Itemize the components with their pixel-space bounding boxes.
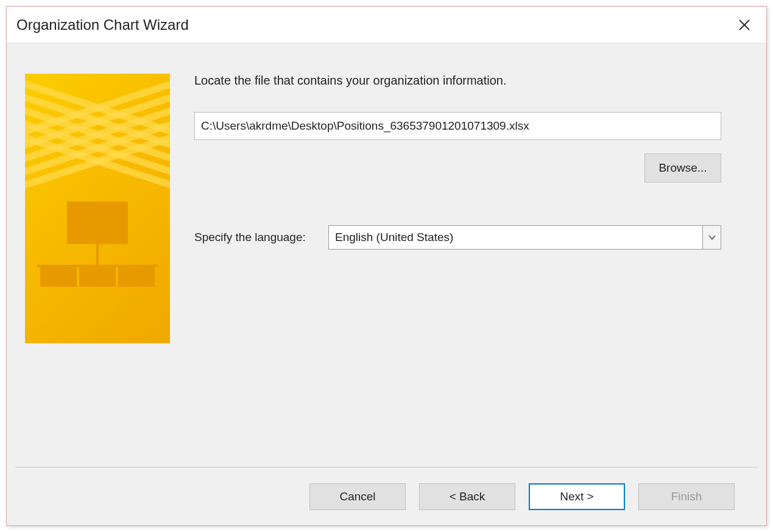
language-dropdown-button[interactable] (702, 226, 721, 249)
title-bar: Organization Chart Wizard (7, 7, 766, 43)
finish-button: Finish (638, 483, 735, 510)
language-label: Specify the language: (194, 231, 310, 244)
wizard-footer: Cancel < Back Next > Finish (15, 467, 758, 525)
wizard-form: Locate the file that contains your organ… (194, 74, 748, 455)
next-button[interactable]: Next > (529, 483, 625, 510)
back-button[interactable]: < Back (419, 483, 515, 510)
wizard-dialog: Organization Chart Wizard Lo (6, 6, 767, 526)
cancel-button[interactable]: Cancel (309, 483, 406, 510)
browse-row: Browse... (194, 153, 721, 183)
browse-button[interactable]: Browse... (644, 153, 721, 183)
file-path-input[interactable] (194, 112, 721, 140)
wizard-illustration (25, 74, 170, 343)
language-value: English (United States) (335, 231, 453, 244)
close-button[interactable] (732, 13, 757, 37)
chevron-down-icon (708, 233, 716, 242)
close-icon (738, 19, 750, 31)
window-title: Organization Chart Wizard (16, 16, 189, 33)
instruction-text: Locate the file that contains your organ… (194, 74, 748, 88)
wizard-body: Locate the file that contains your organ… (7, 43, 766, 467)
language-row: Specify the language: English (United St… (194, 225, 748, 250)
language-select[interactable]: English (United States) (328, 225, 721, 250)
